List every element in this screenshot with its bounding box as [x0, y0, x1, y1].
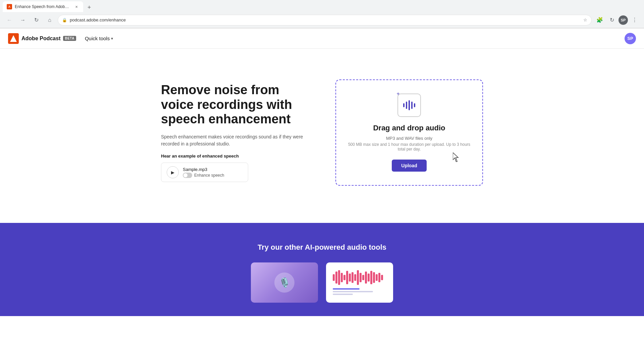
- header-right: SP: [625, 33, 636, 44]
- upload-button-label: Upload: [401, 163, 417, 168]
- file-types-text: MP3 and WAV files only: [386, 136, 432, 141]
- size-limit-text: 500 MB max size and 1 hour max duration …: [346, 142, 472, 152]
- app-name: Adobe Podcast: [21, 36, 60, 42]
- upload-zone[interactable]: + Drag and drop audio MP3 and WAV files …: [335, 79, 483, 186]
- svg-rect-2: [335, 272, 337, 284]
- sample-filename: Sample.mp3: [183, 167, 243, 172]
- active-tab[interactable]: A Enhance Speech from Adobe | F... ✕: [3, 1, 83, 12]
- adobe-svg: [10, 35, 17, 42]
- svg-rect-6: [346, 271, 348, 284]
- hero-title: Remove noise from voice recordings with …: [161, 83, 309, 127]
- bar2: [406, 102, 407, 109]
- sample-info: Sample.mp3 Enhance speech: [183, 167, 243, 178]
- svg-rect-12: [362, 275, 364, 280]
- lock-icon: 🔒: [62, 18, 67, 22]
- svg-rect-8: [352, 272, 354, 283]
- svg-rect-16: [373, 272, 375, 283]
- svg-rect-18: [378, 273, 380, 282]
- drop-title: Drag and drop audio: [373, 124, 445, 132]
- enhance-toggle[interactable]: [183, 173, 192, 178]
- bar5: [414, 103, 415, 107]
- user-initials: SP: [627, 36, 633, 41]
- app-header: Adobe Podcast BETA Quick tools ▾ SP: [0, 28, 644, 49]
- svg-rect-10: [357, 270, 359, 285]
- adobe-logo[interactable]: Adobe Podcast BETA: [8, 33, 76, 44]
- enhance-speech-label: Enhance speech: [194, 173, 224, 178]
- main-content: Remove noise from voice recordings with …: [0, 49, 644, 223]
- svg-rect-20: [333, 288, 360, 290]
- svg-rect-4: [341, 273, 343, 282]
- hero-description: Speech enhancement makes voice recording…: [161, 133, 309, 147]
- address-bar[interactable]: 🔒 podcast.adobe.com/enhance ☆: [58, 15, 592, 25]
- menu-button[interactable]: ⋮: [629, 15, 640, 25]
- bookmark-icon: ☆: [583, 17, 587, 22]
- svg-rect-22: [333, 294, 353, 295]
- chevron-down-icon: ▾: [111, 36, 113, 41]
- svg-rect-7: [349, 274, 351, 282]
- svg-rect-14: [368, 274, 370, 282]
- user-avatar[interactable]: SP: [625, 33, 636, 44]
- enhance-toggle-row: Enhance speech: [183, 173, 243, 178]
- browser-actions: 🧩 ↻ SP ⋮: [594, 15, 640, 25]
- bottom-section-title: Try our other AI-powered audio tools: [13, 243, 631, 252]
- bar4: [411, 102, 413, 109]
- sample-player: ▶ Sample.mp3 Enhance speech: [161, 163, 248, 182]
- svg-rect-13: [365, 272, 367, 284]
- extensions-button[interactable]: 🧩: [594, 15, 605, 25]
- adobe-icon: [8, 33, 19, 44]
- forward-button[interactable]: →: [17, 15, 28, 25]
- svg-rect-1: [333, 274, 335, 281]
- tools-grid: 🎙️: [13, 262, 631, 303]
- bottom-section: Try our other AI-powered audio tools 🎙️: [0, 223, 644, 316]
- svg-rect-17: [376, 274, 378, 281]
- svg-rect-21: [333, 291, 373, 292]
- quick-tools-label: Quick tools: [85, 36, 110, 41]
- tab-title: Enhance Speech from Adobe | F...: [15, 4, 71, 9]
- svg-rect-15: [370, 271, 372, 284]
- reload-button[interactable]: ↻: [31, 15, 42, 25]
- podcast-tool-card[interactable]: 🎙️: [251, 262, 318, 303]
- transcript-tool-card[interactable]: [326, 262, 393, 303]
- svg-marker-0: [10, 35, 17, 42]
- quick-tools-button[interactable]: Quick tools ▾: [82, 34, 116, 43]
- address-bar-icons: ☆: [583, 17, 587, 22]
- audio-bars: [403, 100, 415, 110]
- transcript-svg: [331, 267, 388, 298]
- svg-rect-3: [338, 270, 340, 285]
- podcast-icon-wrap: 🎙️: [274, 273, 294, 293]
- back-button[interactable]: ←: [4, 15, 15, 25]
- svg-rect-11: [360, 273, 362, 282]
- profile-button[interactable]: SP: [619, 15, 628, 25]
- home-button[interactable]: ⌂: [44, 15, 55, 25]
- tab-close-button[interactable]: ✕: [74, 4, 79, 9]
- svg-rect-19: [381, 275, 383, 280]
- hear-example-label: Hear an example of enhanced speech: [161, 154, 309, 159]
- sync-icon[interactable]: ↻: [606, 15, 617, 25]
- address-text: podcast.adobe.com/enhance: [70, 17, 581, 22]
- svg-rect-9: [354, 274, 356, 281]
- upload-button[interactable]: Upload: [392, 160, 426, 172]
- svg-rect-5: [343, 275, 345, 280]
- plus-icon: +: [395, 91, 401, 98]
- beta-badge: BETA: [63, 36, 76, 41]
- play-button[interactable]: ▶: [167, 166, 179, 178]
- upload-icon-wrap: +: [397, 94, 421, 117]
- hero-left: Remove noise from voice recordings with …: [161, 83, 309, 182]
- bar3: [409, 100, 410, 110]
- bar1: [403, 103, 405, 107]
- new-tab-button[interactable]: +: [85, 3, 94, 12]
- microphone-icon: 🎙️: [279, 277, 290, 288]
- tab-favicon: A: [7, 4, 12, 9]
